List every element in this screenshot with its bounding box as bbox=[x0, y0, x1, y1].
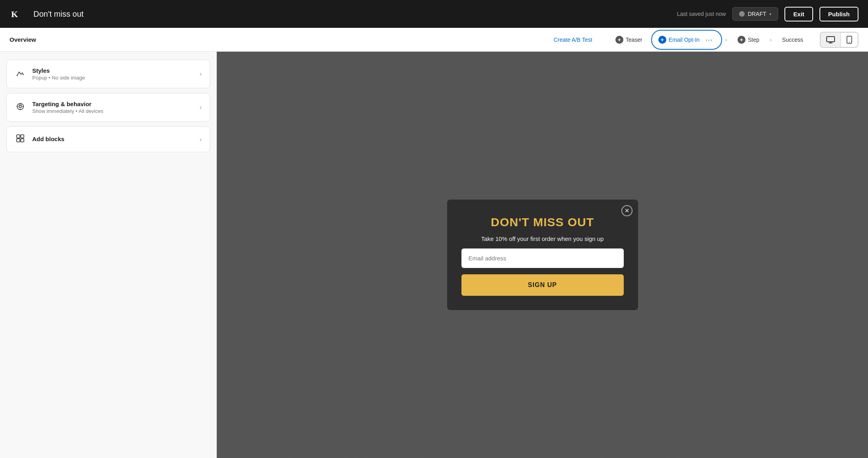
desktop-icon bbox=[826, 36, 835, 43]
teaser-step[interactable]: + Teaser bbox=[608, 32, 650, 48]
add-blocks-card[interactable]: Add blocks › bbox=[6, 126, 210, 152]
popup-subtext: Take 10% off your first order when you s… bbox=[481, 235, 603, 242]
sub-navigation: Overview Create A/B Test + Teaser + Emai… bbox=[0, 28, 868, 52]
klaviyo-logo: K bbox=[10, 7, 24, 21]
styles-card[interactable]: Styles Popup • No side image › bbox=[6, 60, 210, 88]
preview-area: ✕ DON'T MISS OUT Take 10% off your first… bbox=[217, 52, 868, 458]
svg-point-4 bbox=[849, 42, 850, 43]
chevron-down-icon: ▾ bbox=[769, 12, 771, 16]
styles-title: Styles bbox=[32, 67, 193, 74]
overview-label: Overview bbox=[10, 36, 36, 43]
targeting-content: Targeting & behavior Show immediately • … bbox=[32, 101, 193, 114]
email-input[interactable] bbox=[461, 248, 624, 268]
publish-button[interactable]: Publish bbox=[819, 7, 858, 21]
step-label: Step bbox=[748, 37, 759, 43]
targeting-card[interactable]: Targeting & behavior Show immediately • … bbox=[6, 93, 210, 122]
step-arrow-2: › bbox=[770, 36, 772, 43]
device-toggle bbox=[820, 32, 858, 48]
teaser-plus-icon: + bbox=[615, 36, 623, 44]
popup-modal: ✕ DON'T MISS OUT Take 10% off your first… bbox=[447, 200, 638, 310]
top-navigation: K Don't miss out Last saved just now DRA… bbox=[0, 0, 868, 28]
step-plus-icon: + bbox=[738, 36, 745, 44]
success-step[interactable]: Success bbox=[775, 33, 810, 47]
email-optin-label: Email Opt-In bbox=[669, 37, 700, 43]
svg-point-5 bbox=[17, 75, 18, 76]
styles-icon bbox=[15, 69, 26, 80]
styles-content: Styles Popup • No side image bbox=[32, 67, 193, 81]
styles-subtitle: Popup • No side image bbox=[32, 75, 193, 81]
mobile-device-button[interactable] bbox=[841, 33, 858, 47]
desktop-device-button[interactable] bbox=[821, 33, 841, 47]
success-label: Success bbox=[782, 37, 803, 43]
main-layout: Styles Popup • No side image › Targeting… bbox=[0, 52, 868, 458]
add-blocks-chevron-icon: › bbox=[200, 136, 202, 143]
exit-button[interactable]: Exit bbox=[784, 7, 813, 21]
svg-rect-2 bbox=[827, 37, 835, 42]
logo: K bbox=[10, 7, 24, 21]
draft-label: DRAFT bbox=[748, 11, 767, 17]
targeting-chevron-icon: › bbox=[200, 104, 202, 111]
page-title: Don't miss out bbox=[33, 10, 671, 19]
popup-close-button[interactable]: ✕ bbox=[621, 205, 633, 216]
svg-rect-8 bbox=[17, 135, 20, 138]
svg-rect-9 bbox=[21, 135, 24, 138]
email-optin-plus-icon: + bbox=[658, 36, 666, 44]
svg-text:K: K bbox=[11, 9, 18, 19]
draft-dot bbox=[739, 11, 745, 17]
add-blocks-title: Add blocks bbox=[32, 136, 193, 142]
sidebar: Styles Popup • No side image › Targeting… bbox=[0, 52, 217, 458]
save-status: Last saved just now bbox=[677, 11, 726, 17]
svg-rect-10 bbox=[17, 139, 20, 142]
steps-container: + Teaser + Email Opt-In ⋯ › + Step › Suc… bbox=[608, 30, 810, 50]
targeting-icon bbox=[15, 102, 26, 113]
create-ab-test-link[interactable]: Create A/B Test bbox=[554, 37, 592, 43]
targeting-subtitle: Show immediately • All devices bbox=[32, 108, 193, 114]
popup-heading: DON'T MISS OUT bbox=[491, 215, 594, 229]
targeting-title: Targeting & behavior bbox=[32, 101, 193, 107]
signup-button[interactable]: SIGN UP bbox=[461, 274, 624, 296]
step-arrow-1: › bbox=[725, 36, 727, 43]
step-step[interactable]: + Step bbox=[730, 32, 767, 48]
mobile-icon bbox=[847, 36, 852, 44]
styles-chevron-icon: › bbox=[200, 70, 202, 78]
teaser-label: Teaser bbox=[626, 37, 642, 43]
add-blocks-content: Add blocks bbox=[32, 136, 193, 143]
email-optin-step[interactable]: + Email Opt-In ⋯ bbox=[651, 30, 722, 50]
svg-point-7 bbox=[19, 105, 21, 108]
email-optin-more-button[interactable]: ⋯ bbox=[703, 34, 715, 46]
svg-rect-11 bbox=[21, 139, 24, 142]
add-blocks-icon bbox=[15, 134, 26, 145]
draft-button[interactable]: DRAFT ▾ bbox=[732, 7, 778, 21]
